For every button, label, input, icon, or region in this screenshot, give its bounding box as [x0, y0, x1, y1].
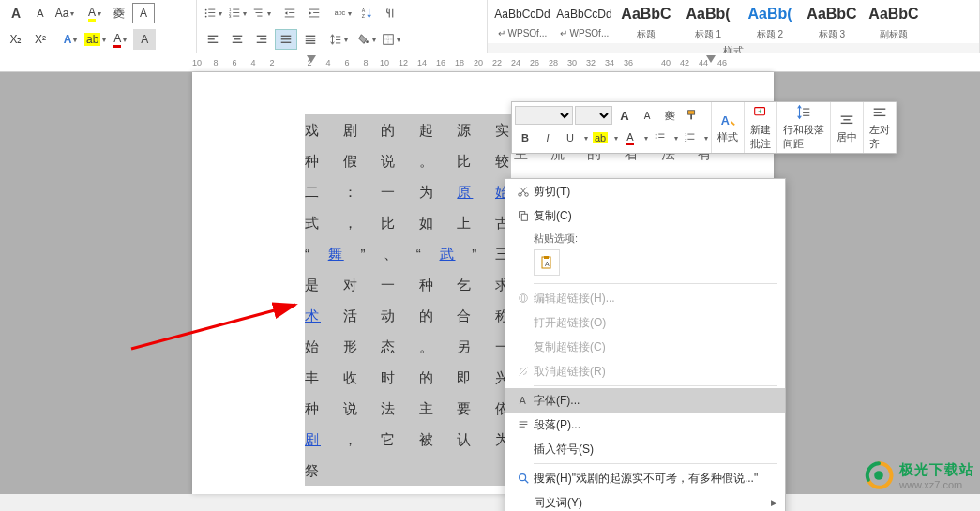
mini-grow-font[interactable]: A — [615, 106, 634, 125]
text-effects-button[interactable]: A▾ — [59, 29, 82, 50]
style-item[interactable]: AaBb(标题 2 — [741, 2, 799, 41]
svg-point-85 — [520, 474, 526, 481]
line-spacing-button[interactable]: ▾ — [327, 29, 350, 50]
mini-bullets[interactable] — [651, 128, 670, 147]
style-item[interactable]: AaBb(标题 1 — [679, 2, 737, 41]
ruler[interactable]: 1086422468101214161820222426283032343640… — [0, 53, 980, 72]
svg-rect-84 — [520, 427, 525, 428]
shrink-font-button[interactable]: A — [29, 3, 52, 23]
mini-numbering[interactable]: 12 — [681, 128, 700, 147]
style-item[interactable]: AaBbC标题 3 — [803, 2, 861, 41]
svg-rect-35 — [281, 42, 292, 43]
document-selection[interactable]: 戏剧的起源实种假说。比较二：一为原始式，比如上古“舞”、“武”三是对一种乞求术活… — [305, 114, 511, 486]
mini-shrink-font[interactable]: A — [638, 106, 656, 125]
svg-point-53 — [656, 137, 657, 139]
svg-text:A: A — [520, 395, 526, 406]
paste-keep-source[interactable]: A — [534, 249, 560, 276]
menu-paragraph[interactable]: 段落(P)... — [505, 413, 785, 437]
align-right-button[interactable] — [250, 29, 273, 50]
bullets-button[interactable]: ▾ — [202, 3, 224, 23]
show-marks-button[interactable] — [380, 3, 402, 23]
doc-line[interactable]: 始形态。另一 — [305, 331, 511, 362]
mini-new-comment-button[interactable]: + 新建 批注 — [745, 102, 777, 153]
font-color-button[interactable]: A▾ — [109, 29, 131, 50]
ltr-button[interactable]: abc▾ — [331, 3, 354, 23]
increase-indent-button[interactable] — [303, 3, 325, 23]
mini-bold[interactable]: B — [516, 128, 535, 147]
svg-rect-31 — [260, 38, 266, 39]
mini-italic[interactable]: I — [538, 128, 557, 147]
mini-center-button[interactable]: 居中 — [831, 102, 864, 153]
svg-rect-58 — [687, 139, 694, 140]
doc-line[interactable]: 式，比如上古 — [305, 207, 511, 238]
style-item[interactable]: AaBbCcDd↵ WPSOf... — [555, 2, 613, 41]
svg-point-79 — [521, 294, 525, 303]
menu-remove-hyperlink: 取消超链接(R) — [505, 359, 785, 383]
mini-phonetic[interactable]: 夔 — [660, 106, 679, 125]
menu-search[interactable]: 搜索(H)"戏剧的起源实不可考，有多种假说..." — [505, 466, 785, 490]
menu-insert-symbol[interactable]: 插入符号(S) — [505, 437, 785, 461]
svg-text:A: A — [362, 8, 366, 13]
doc-line[interactable]: 丰收时的即兴 — [305, 362, 511, 393]
mini-underline[interactable]: U — [561, 128, 580, 147]
doc-line[interactable]: 术活动的合称 — [305, 300, 511, 331]
mini-highlight[interactable]: ab — [591, 128, 610, 147]
mini-font-color[interactable]: A — [621, 128, 640, 147]
svg-text:+: + — [758, 107, 761, 115]
styles-gallery[interactable]: AaBbCcDd↵ WPSOf...AaBbCcDd↵ WPSOf...AaBb… — [488, 0, 979, 43]
style-item[interactable]: AaBbC标题 — [617, 2, 675, 41]
doc-line[interactable]: 是对一种乞求 — [305, 269, 511, 300]
doc-line[interactable]: 二：一为原始 — [305, 176, 511, 207]
numbering-button[interactable]: 123▾ — [226, 3, 249, 23]
doc-line[interactable]: 戏剧的起源实 — [305, 114, 511, 145]
mini-styles-button[interactable]: A 样式 — [712, 102, 745, 153]
justify-button[interactable] — [275, 29, 297, 50]
menu-cut[interactable]: 剪切(T) — [505, 179, 785, 203]
mini-left-align-button[interactable]: 左对 齐 — [864, 102, 897, 153]
borders-button[interactable]: ▾ — [380, 29, 402, 50]
svg-rect-15 — [285, 9, 295, 10]
svg-text:abc: abc — [335, 9, 346, 16]
grow-font-button[interactable]: A — [5, 3, 27, 23]
svg-rect-28 — [234, 38, 241, 39]
svg-rect-5 — [208, 16, 215, 17]
char-shading-button[interactable]: A — [133, 29, 156, 50]
char-border-button[interactable]: A — [132, 3, 155, 23]
svg-rect-33 — [281, 36, 292, 37]
svg-text:A: A — [721, 113, 730, 127]
shading-button[interactable]: ▾ — [355, 29, 378, 50]
mini-size-select[interactable] — [575, 106, 612, 125]
sort-button[interactable]: AZ — [355, 3, 378, 23]
style-item[interactable]: AaBbCcDd↵ WPSOf... — [493, 2, 551, 41]
doc-line[interactable]: 祭 — [305, 455, 511, 486]
svg-rect-41 — [336, 39, 340, 40]
mini-line-spacing-button[interactable]: 行和段落 间距 — [777, 102, 831, 153]
doc-line[interactable]: 种假说。比较 — [305, 145, 511, 176]
indent-marker-left[interactable] — [307, 55, 316, 63]
menu-copy[interactable]: 复制(C) — [505, 203, 785, 228]
svg-rect-62 — [803, 109, 809, 110]
style-item[interactable]: AaBbC副标题 — [865, 2, 923, 41]
svg-rect-37 — [306, 38, 316, 38]
indent-marker-right[interactable] — [706, 55, 716, 63]
menu-font[interactable]: A 字体(F)... — [505, 388, 785, 413]
text-highlight-button[interactable]: ab▾ — [83, 29, 107, 50]
phonetic-button[interactable]: 夔 — [108, 3, 130, 23]
doc-line[interactable]: 种说法主要依 — [305, 393, 511, 424]
align-center-button[interactable] — [226, 29, 249, 50]
highlight-color-button[interactable]: A▾ — [83, 3, 106, 23]
mini-format-painter[interactable] — [683, 106, 701, 125]
menu-synonym[interactable]: 同义词(Y)▶ — [505, 490, 785, 511]
subscript-button[interactable]: X₂ — [5, 29, 27, 50]
svg-rect-17 — [285, 17, 295, 18]
superscript-button[interactable]: X² — [29, 29, 52, 50]
align-left-button[interactable] — [202, 29, 224, 50]
decrease-indent-button[interactable] — [279, 3, 301, 23]
distributed-button[interactable] — [299, 29, 322, 50]
svg-rect-30 — [257, 36, 267, 37]
multilevel-button[interactable]: ▾ — [250, 3, 273, 23]
doc-line[interactable]: 剧，它被认为 — [305, 424, 511, 455]
doc-line[interactable]: “舞”、“武”三 — [305, 238, 511, 269]
change-case-button[interactable]: Aa▾ — [53, 3, 76, 23]
mini-font-select[interactable] — [515, 106, 573, 125]
